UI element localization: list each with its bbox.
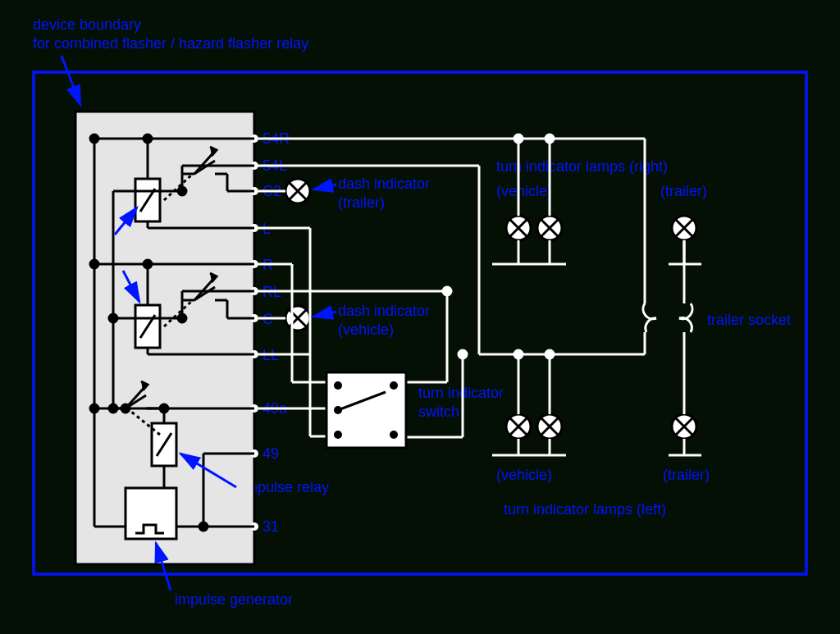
- svg-point-82: [546, 135, 554, 143]
- svg-point-88: [514, 350, 523, 358]
- svg-point-127: [390, 431, 398, 439]
- svg-point-124: [390, 381, 398, 390]
- svg-point-121: [443, 287, 451, 295]
- svg-point-77: [109, 404, 117, 413]
- svg-line-132: [313, 185, 336, 189]
- svg-point-50: [90, 135, 98, 143]
- svg-point-51: [144, 135, 152, 143]
- svg-point-74: [199, 522, 208, 531]
- svg-point-126: [334, 431, 342, 439]
- circuit-diagram: [0, 0, 840, 634]
- svg-point-62: [160, 404, 168, 413]
- svg-point-123: [334, 381, 342, 390]
- svg-point-58: [109, 314, 117, 322]
- svg-point-120: [459, 350, 467, 358]
- svg-line-133: [313, 312, 336, 317]
- svg-rect-69: [126, 488, 176, 539]
- svg-line-129: [62, 56, 80, 105]
- svg-point-80: [514, 135, 523, 143]
- svg-point-90: [546, 350, 554, 358]
- svg-point-53: [90, 260, 98, 268]
- svg-point-54: [144, 260, 152, 268]
